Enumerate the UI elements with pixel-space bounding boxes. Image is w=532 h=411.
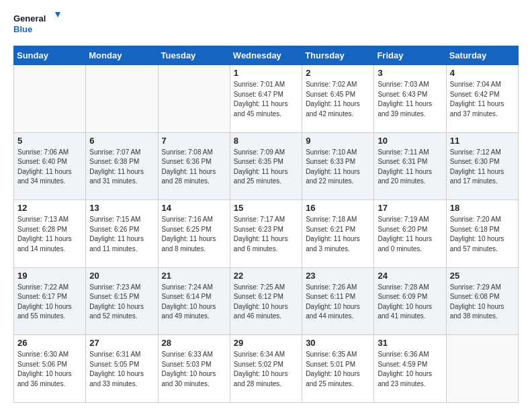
day-info: Sunrise: 7:02 AM Sunset: 6:45 PM Dayligh…: [306, 80, 370, 119]
day-info: Sunrise: 7:07 AM Sunset: 6:38 PM Dayligh…: [89, 148, 154, 187]
day-info: Sunrise: 6:35 AM Sunset: 5:01 PM Dayligh…: [306, 350, 370, 389]
calendar-cell: 5Sunrise: 7:06 AM Sunset: 6:40 PM Daylig…: [14, 132, 86, 200]
calendar-cell: 13Sunrise: 7:15 AM Sunset: 6:26 PM Dayli…: [86, 200, 158, 268]
day-number: 3: [378, 68, 442, 78]
calendar-cell: 11Sunrise: 7:12 AM Sunset: 6:30 PM Dayli…: [446, 132, 518, 200]
weekday-header: Monday: [86, 46, 158, 65]
logo-svg: General Blue: [13, 11, 60, 39]
calendar-cell: 10Sunrise: 7:11 AM Sunset: 6:31 PM Dayli…: [374, 132, 446, 200]
day-number: 29: [234, 338, 298, 348]
calendar-cell: 4Sunrise: 7:04 AM Sunset: 6:42 PM Daylig…: [446, 65, 518, 133]
day-info: Sunrise: 6:34 AM Sunset: 5:02 PM Dayligh…: [234, 350, 298, 389]
day-info: Sunrise: 7:24 AM Sunset: 6:14 PM Dayligh…: [162, 283, 226, 322]
day-number: 18: [450, 203, 515, 213]
day-number: 4: [450, 68, 515, 78]
day-info: Sunrise: 7:11 AM Sunset: 6:31 PM Dayligh…: [378, 148, 442, 187]
calendar-cell: 19Sunrise: 7:22 AM Sunset: 6:17 PM Dayli…: [14, 267, 86, 335]
day-number: 10: [378, 136, 442, 146]
weekday-header: Thursday: [302, 46, 374, 65]
calendar-cell: 6Sunrise: 7:07 AM Sunset: 6:38 PM Daylig…: [86, 132, 158, 200]
day-number: 12: [17, 203, 82, 213]
svg-text:General: General: [13, 13, 46, 24]
calendar-cell: [446, 335, 518, 403]
day-number: 9: [306, 136, 370, 146]
weekday-header: Saturday: [446, 46, 518, 65]
day-info: Sunrise: 7:22 AM Sunset: 6:17 PM Dayligh…: [17, 283, 82, 322]
day-number: 17: [378, 203, 442, 213]
day-info: Sunrise: 7:23 AM Sunset: 6:15 PM Dayligh…: [89, 283, 154, 322]
day-info: Sunrise: 6:31 AM Sunset: 5:05 PM Dayligh…: [89, 350, 154, 389]
calendar-cell: 31Sunrise: 6:36 AM Sunset: 4:59 PM Dayli…: [374, 335, 446, 403]
calendar-cell: 28Sunrise: 6:33 AM Sunset: 5:03 PM Dayli…: [158, 335, 230, 403]
day-info: Sunrise: 7:01 AM Sunset: 6:47 PM Dayligh…: [234, 80, 298, 119]
day-number: 26: [17, 338, 82, 348]
day-number: 11: [450, 136, 515, 146]
day-info: Sunrise: 7:16 AM Sunset: 6:25 PM Dayligh…: [162, 215, 226, 254]
day-number: 7: [162, 136, 226, 146]
day-info: Sunrise: 7:10 AM Sunset: 6:33 PM Dayligh…: [306, 148, 370, 187]
day-info: Sunrise: 7:03 AM Sunset: 6:43 PM Dayligh…: [378, 80, 442, 119]
day-number: 19: [17, 271, 82, 281]
calendar-cell: 27Sunrise: 6:31 AM Sunset: 5:05 PM Dayli…: [86, 335, 158, 403]
day-info: Sunrise: 7:06 AM Sunset: 6:40 PM Dayligh…: [17, 148, 82, 187]
weekday-header: Sunday: [14, 46, 86, 65]
day-number: 25: [450, 271, 515, 281]
calendar-cell: 25Sunrise: 7:29 AM Sunset: 6:08 PM Dayli…: [446, 267, 518, 335]
calendar-cell: 29Sunrise: 6:34 AM Sunset: 5:02 PM Dayli…: [230, 335, 302, 403]
weekday-header: Wednesday: [230, 46, 302, 65]
day-number: 15: [234, 203, 298, 213]
day-info: Sunrise: 7:04 AM Sunset: 6:42 PM Dayligh…: [450, 80, 515, 119]
day-info: Sunrise: 6:36 AM Sunset: 4:59 PM Dayligh…: [378, 350, 442, 389]
day-info: Sunrise: 7:28 AM Sunset: 6:09 PM Dayligh…: [378, 283, 442, 322]
day-info: Sunrise: 7:12 AM Sunset: 6:30 PM Dayligh…: [450, 148, 515, 187]
calendar-cell: 2Sunrise: 7:02 AM Sunset: 6:45 PM Daylig…: [302, 65, 374, 133]
day-info: Sunrise: 6:30 AM Sunset: 5:06 PM Dayligh…: [17, 350, 82, 389]
day-info: Sunrise: 7:19 AM Sunset: 6:20 PM Dayligh…: [378, 215, 442, 254]
day-info: Sunrise: 7:26 AM Sunset: 6:11 PM Dayligh…: [306, 283, 370, 322]
day-number: 13: [89, 203, 154, 213]
day-number: 2: [306, 68, 370, 78]
calendar-cell: 17Sunrise: 7:19 AM Sunset: 6:20 PM Dayli…: [374, 200, 446, 268]
calendar-cell: 14Sunrise: 7:16 AM Sunset: 6:25 PM Dayli…: [158, 200, 230, 268]
day-info: Sunrise: 7:09 AM Sunset: 6:35 PM Dayligh…: [234, 148, 298, 187]
day-number: 6: [89, 136, 154, 146]
day-number: 5: [17, 136, 82, 146]
calendar-cell: 26Sunrise: 6:30 AM Sunset: 5:06 PM Dayli…: [14, 335, 86, 403]
calendar-cell: 12Sunrise: 7:13 AM Sunset: 6:28 PM Dayli…: [14, 200, 86, 268]
calendar-cell: 18Sunrise: 7:20 AM Sunset: 6:18 PM Dayli…: [446, 200, 518, 268]
weekday-header: Tuesday: [158, 46, 230, 65]
calendar-cell: 16Sunrise: 7:18 AM Sunset: 6:21 PM Dayli…: [302, 200, 374, 268]
calendar-cell: 15Sunrise: 7:17 AM Sunset: 6:23 PM Dayli…: [230, 200, 302, 268]
calendar-cell: 24Sunrise: 7:28 AM Sunset: 6:09 PM Dayli…: [374, 267, 446, 335]
page: General Blue SundayMondayTuesdayWednesda…: [0, 0, 532, 411]
calendar-cell: 30Sunrise: 6:35 AM Sunset: 5:01 PM Dayli…: [302, 335, 374, 403]
day-number: 14: [162, 203, 226, 213]
day-info: Sunrise: 7:18 AM Sunset: 6:21 PM Dayligh…: [306, 215, 370, 254]
calendar-cell: [14, 65, 86, 133]
calendar-cell: 1Sunrise: 7:01 AM Sunset: 6:47 PM Daylig…: [230, 65, 302, 133]
day-number: 16: [306, 203, 370, 213]
logo: General Blue: [13, 11, 60, 39]
day-number: 21: [162, 271, 226, 281]
calendar-cell: 3Sunrise: 7:03 AM Sunset: 6:43 PM Daylig…: [374, 65, 446, 133]
calendar-cell: 20Sunrise: 7:23 AM Sunset: 6:15 PM Dayli…: [86, 267, 158, 335]
day-number: 1: [234, 68, 298, 78]
day-number: 27: [89, 338, 154, 348]
day-number: 20: [89, 271, 154, 281]
day-number: 30: [306, 338, 370, 348]
day-number: 28: [162, 338, 226, 348]
header: General Blue: [13, 11, 519, 39]
day-info: Sunrise: 6:33 AM Sunset: 5:03 PM Dayligh…: [162, 350, 226, 389]
day-info: Sunrise: 7:08 AM Sunset: 6:36 PM Dayligh…: [162, 148, 226, 187]
day-number: 31: [378, 338, 442, 348]
calendar-cell: [158, 65, 230, 133]
svg-marker-2: [55, 12, 60, 17]
day-number: 23: [306, 271, 370, 281]
weekday-header: Friday: [374, 46, 446, 65]
day-info: Sunrise: 7:20 AM Sunset: 6:18 PM Dayligh…: [450, 215, 515, 254]
day-info: Sunrise: 7:29 AM Sunset: 6:08 PM Dayligh…: [450, 283, 515, 322]
calendar-cell: 8Sunrise: 7:09 AM Sunset: 6:35 PM Daylig…: [230, 132, 302, 200]
day-info: Sunrise: 7:17 AM Sunset: 6:23 PM Dayligh…: [234, 215, 298, 254]
calendar-cell: 7Sunrise: 7:08 AM Sunset: 6:36 PM Daylig…: [158, 132, 230, 200]
calendar-cell: 22Sunrise: 7:25 AM Sunset: 6:12 PM Dayli…: [230, 267, 302, 335]
